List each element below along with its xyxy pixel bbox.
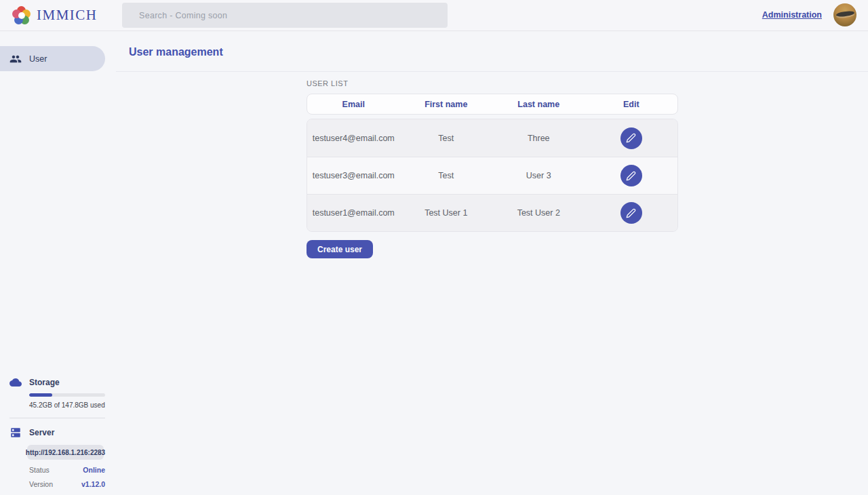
storage-section-header: Storage [0, 376, 105, 389]
user-email-cell: testuser4@email.com [307, 134, 400, 143]
sidebar-divider [9, 418, 105, 418]
version-value: v1.12.0 [81, 480, 105, 488]
dns-icon [9, 427, 22, 439]
storage-progress-fill [29, 393, 52, 397]
page-title: User management [116, 32, 868, 58]
create-user-button[interactable]: Create user [307, 240, 373, 258]
column-header-first-name: First name [400, 100, 493, 109]
user-last-name-cell: Three [492, 134, 585, 143]
edit-user-button[interactable] [620, 127, 642, 149]
server-title: Server [29, 428, 54, 437]
main-content: User management USER LIST Email First na… [105, 32, 868, 495]
column-header-email: Email [307, 100, 400, 109]
logo-wordmark: IMMICH [37, 7, 98, 24]
people-icon [9, 53, 22, 65]
column-header-last-name: Last name [492, 100, 585, 109]
storage-usage-text: 45.2GB of 147.8GB used [29, 401, 105, 409]
user-list-section: USER LIST Email First name Last name Edi… [307, 79, 678, 258]
server-section-header: Server [0, 427, 105, 439]
pencil-icon [626, 171, 636, 181]
cloud-icon [9, 376, 22, 389]
server-version-row: Version v1.12.0 [29, 480, 105, 488]
storage-progress-bar [29, 393, 105, 397]
status-label: Status [29, 466, 50, 474]
user-table-header: Email First name Last name Edit [307, 94, 678, 115]
table-row: testuser3@email.com Test User 3 [307, 157, 677, 194]
user-last-name-cell: Test User 2 [492, 208, 585, 218]
pencil-icon [626, 133, 636, 143]
user-first-name-cell: Test [400, 134, 493, 143]
immich-flower-icon [12, 6, 31, 24]
user-first-name-cell: Test User 1 [400, 208, 493, 218]
sidebar-item-label: User [29, 54, 47, 64]
app-logo[interactable]: IMMICH [12, 6, 98, 24]
user-email-cell: testuser3@email.com [307, 171, 400, 180]
user-last-name-cell: User 3 [492, 171, 585, 180]
table-row: testuser1@email.com Test User 1 Test Use… [307, 194, 677, 231]
pencil-icon [626, 208, 636, 218]
section-label: USER LIST [307, 79, 678, 87]
sidebar-status-panel: Storage 45.2GB of 147.8GB used Server ht… [0, 376, 105, 488]
server-status-row: Status Online [29, 466, 105, 474]
page-title-bar: User management [116, 32, 868, 72]
user-first-name-cell: Test [400, 171, 493, 180]
administration-link[interactable]: Administration [762, 10, 822, 20]
sidebar: User Storage 45.2GB of 147.8GB used Serv… [0, 32, 105, 495]
flower-center [18, 12, 25, 19]
edit-user-button[interactable] [620, 165, 642, 186]
immich-admin-screen: IMMICH Administration User Storage 45.2G… [0, 0, 868, 495]
user-avatar[interactable] [833, 3, 856, 26]
user-table-body: testuser4@email.com Test Three testuser3… [307, 119, 678, 232]
edit-user-button[interactable] [620, 202, 642, 224]
status-value: Online [83, 466, 105, 474]
sidebar-item-user[interactable]: User [0, 46, 105, 71]
search-input[interactable] [122, 3, 448, 28]
server-url-chip: http://192.168.1.216:2283 [27, 445, 104, 460]
column-header-edit: Edit [585, 100, 678, 109]
app-header: IMMICH Administration [0, 0, 868, 31]
table-row: testuser4@email.com Test Three [307, 119, 677, 157]
storage-title: Storage [29, 378, 60, 387]
version-label: Version [29, 480, 53, 488]
user-email-cell: testuser1@email.com [307, 208, 400, 218]
